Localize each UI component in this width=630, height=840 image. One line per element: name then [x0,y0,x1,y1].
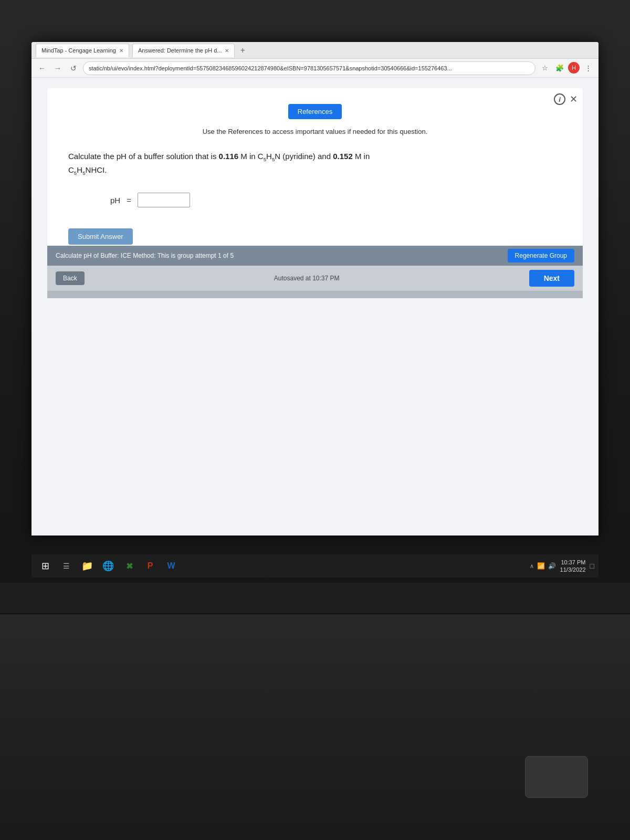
tab-answered[interactable]: Answered: Determine the pH d... ✕ [132,44,235,57]
tray-expand[interactable]: ∧ [530,563,534,570]
concentration-1: 0.116 [219,152,239,161]
menu-icon[interactable]: ⋮ [582,62,594,75]
references-button[interactable]: References [288,104,342,119]
taskbar: ⊞ ☰ 📁 🌐 ✖ P W ∧ 📶 🔊 10:37 PM 11/3/2022 □ [32,554,598,578]
touchpad[interactable] [525,756,588,798]
submit-answer-button[interactable]: Submit Answer [68,228,133,245]
extension-icon[interactable]: 🧩 [553,62,566,75]
taskbar-right: ∧ 📶 🔊 10:37 PM 11/3/2022 □ [530,559,594,574]
ph-equals: = [127,196,131,205]
browser-titlebar: MindTap - Cengage Learning ✕ Answered: D… [32,42,598,59]
question-text: Calculate the pH of a buffer solution th… [68,150,562,177]
clock-time: 10:37 PM [560,559,586,566]
bookmark-icon[interactable]: ☆ [539,62,551,75]
autosaved-text: Autosaved at 10:37 PM [274,275,340,282]
concentration-2: 0.152 [333,152,353,161]
chrome-icon[interactable]: 🌐 [99,556,118,575]
taskbar-left: ⊞ ☰ 📁 🌐 ✖ P W [36,556,181,575]
laptop-outer: MindTap - Cengage Learning ✕ Answered: D… [0,0,630,840]
address-bar[interactable]: static/nb/ui/evo/index.html?deploymentId… [83,61,536,75]
reload-button[interactable]: ↺ [67,62,80,75]
tab-answered-label: Answered: Determine the pH d... [138,47,222,54]
clock-date: 11/3/2022 [560,566,586,573]
back-nav-button[interactable]: ← [36,62,48,75]
forward-nav-button[interactable]: → [51,62,64,75]
close-icon[interactable]: ✕ [570,93,578,105]
back-button[interactable]: Back [56,271,85,285]
volume-icon: 🔊 [548,562,556,570]
browser-navbar: ← → ↺ static/nb/ui/evo/index.html?deploy… [32,59,598,78]
question-text-part2: C5H5NHCI. [68,165,107,174]
ph-input-row: pH = [68,193,562,207]
powerpoint-icon[interactable]: P [141,556,160,575]
url-text: static/nb/ui/evo/index.html?deploymentId… [89,65,452,71]
tab-mindtap[interactable]: MindTap - Cengage Learning ✕ [36,44,129,57]
browser-nav-icons: ☆ 🧩 H ⋮ [539,62,594,75]
tab-mindtap-close[interactable]: ✕ [119,48,123,54]
regenerate-group-button[interactable]: Regenerate Group [508,249,574,262]
explorer-icon[interactable]: 📁 [78,556,97,575]
ph-label: pH [110,196,120,205]
question-text-part1: Calculate the pH of a buffer solution th… [68,152,370,161]
taskview-icon[interactable]: ☰ [57,556,76,575]
tab-answered-close[interactable]: ✕ [225,48,229,54]
browser-window: MindTap - Cengage Learning ✕ Answered: D… [32,42,598,536]
group-info-bar: Calculate pH of Buffer: ICE Method: This… [47,246,583,266]
network-icon: 📶 [537,562,545,570]
info-icon[interactable]: i [554,93,565,105]
system-tray: ∧ 📶 🔊 [530,562,556,570]
references-note: Use the References to access important v… [68,128,562,135]
bottom-bar: Calculate pH of Buffer: ICE Method: This… [47,246,583,298]
next-button[interactable]: Next [529,270,574,287]
new-tab-button[interactable]: + [238,46,247,55]
profile-icon[interactable]: H [568,62,580,74]
info-close-row: i ✕ [554,93,578,105]
start-button[interactable]: ⊞ [36,556,55,575]
keyboard-area [0,583,630,840]
tab-mindtap-label: MindTap - Cengage Learning [41,47,116,54]
group-info-text: Calculate pH of Buffer: ICE Method: This… [56,252,234,259]
excel-icon[interactable]: ✖ [120,556,139,575]
keyboard-top-bezel [0,583,630,614]
word-icon[interactable]: W [162,556,181,575]
ph-input[interactable] [138,193,190,207]
question-area: i ✕ References Use the References to acc… [47,88,583,298]
page-content: i ✕ References Use the References to acc… [32,78,598,536]
notification-icon[interactable]: □ [590,562,594,570]
system-clock: 10:37 PM 11/3/2022 [560,559,586,574]
nav-row: Back Autosaved at 10:37 PM Next [47,266,583,291]
